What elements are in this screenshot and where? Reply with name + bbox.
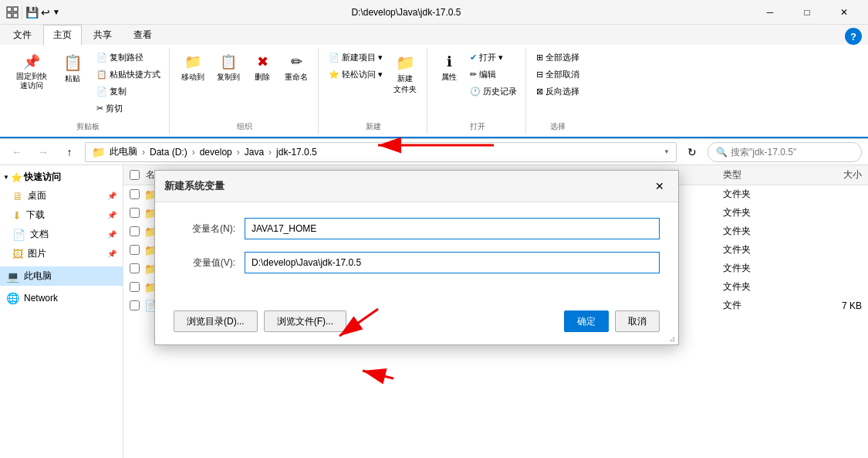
file-type-0: 文件夹 [723,188,800,201]
address-develop[interactable]: develop [198,146,234,158]
col-header-size[interactable]: 大小 [800,168,862,182]
sidebar-item-downloads[interactable]: ⬇ 下载 📌 [0,205,123,225]
paste-button[interactable]: 📋 粘贴 [54,49,91,88]
ribbon-group-new: 📄 新建项目 ▾ ⭐ 轻松访问 ▾ 📁 新建文件夹 新建 [320,48,427,134]
address-sep-4: › [269,147,272,158]
invert-selection-button[interactable]: ⊠ 反向选择 [532,83,583,100]
history-label: 历史记录 [483,86,517,97]
back-button[interactable]: ← [6,141,28,163]
ok-button[interactable]: 确定 [564,310,609,332]
cut-button[interactable]: ✂ 剪切 [93,100,164,117]
tab-view[interactable]: 查看 [123,25,162,45]
sidebar-item-this-pc[interactable]: 💻 此电脑 [0,266,123,286]
close-button[interactable]: ✕ [826,0,862,25]
col-header-type[interactable]: 类型 [723,168,800,182]
address-folder-icon: 📁 [92,146,105,158]
search-input[interactable] [731,147,853,158]
select-all-checkbox[interactable] [130,170,140,180]
dialog-close-button[interactable]: ✕ [650,177,669,195]
help-button[interactable]: ? [845,28,862,45]
search-box[interactable]: 🔍 [708,142,862,162]
invert-icon: ⊠ [536,87,543,97]
address-pc[interactable]: 此电脑 [108,144,139,159]
open-button[interactable]: ✔ 打开 ▾ [466,49,521,66]
tab-file[interactable]: 文件 [3,25,42,45]
address-java[interactable]: Java [243,146,265,158]
rename-button[interactable]: ✏ 重命名 [279,49,313,87]
delete-label: 删除 [255,72,270,83]
maximize-button[interactable]: □ [789,0,825,25]
cancel-button[interactable]: 取消 [615,310,660,332]
copy-label: 复制 [110,86,127,97]
tab-share[interactable]: 共享 [83,25,122,45]
address-bar[interactable]: 📁 此电脑 › Data (D:) › develop › Java › jdk… [85,142,677,162]
sidebar-item-pictures[interactable]: 🖼 图片 📌 [0,244,123,263]
undo-icon[interactable]: ↩ [41,6,50,19]
address-chevron-icon: ▼ [664,148,670,155]
paste-shortcut-button[interactable]: 📋 粘贴快捷方式 [93,66,164,83]
select-all-icon: ⊞ [536,53,543,63]
row-checkbox-3[interactable] [130,245,140,255]
tab-home[interactable]: 主页 [43,25,82,46]
pin-button[interactable]: 📌 固定到快速访问 [11,49,52,94]
save-icon[interactable]: 💾 [25,6,39,19]
up-button[interactable]: ↑ [59,141,80,163]
dialog-title: 新建系统变量 [164,179,225,193]
ribbon-group-clipboard: 📌 固定到快速访问 📋 粘贴 📄 复制路径 [6,48,170,134]
var-value-input[interactable] [245,252,660,273]
ribbon-group-open: ℹ 属性 ✔ 打开 ▾ ✏ 编辑 🕐 [429,48,526,134]
dialog-resize-handle[interactable]: ⊿ [669,334,675,343]
pin-indicator: 📌 [107,192,117,200]
sidebar-item-desktop[interactable]: 🖥 桌面 📌 [0,186,123,205]
this-pc-label: 此电脑 [24,270,52,283]
row-checkbox-2[interactable] [130,226,140,236]
dialog-body: 变量名(N): 变量值(V): [155,202,678,301]
forward-button[interactable]: → [32,141,54,163]
dialog-buttons: 浏览目录(D)... 浏览文件(F)... 确定 取消 [155,301,678,344]
easy-access-icon: ⭐ [329,70,339,80]
copy-button[interactable]: 📄 复制 [93,83,164,100]
easy-access-button[interactable]: ⭐ 轻松访问 ▾ [325,66,387,83]
new-folder-icon: 📁 [396,53,415,72]
move-to-button[interactable]: 📁 移动到 [176,49,210,87]
address-sep-3: › [237,147,240,158]
var-name-row: 变量名(N): [174,218,660,239]
row-checkbox-0[interactable] [130,189,140,199]
quick-access-label: 快速访问 [24,171,61,184]
address-data[interactable]: Data (D:) [148,146,189,158]
row-checkbox-6[interactable] [130,300,140,310]
delete-button[interactable]: ✖ 删除 [247,49,278,87]
new-folder-button[interactable]: 📁 新建文件夹 [388,49,422,99]
select-all-button[interactable]: ⊞ 全部选择 [532,49,583,66]
edit-button[interactable]: ✏ 编辑 [466,66,521,83]
address-jdk[interactable]: jdk-17.0.5 [275,146,319,158]
history-button[interactable]: 🕐 历史记录 [466,83,521,100]
var-name-input[interactable] [245,218,660,239]
row-checkbox-1[interactable] [130,208,140,218]
sidebar-item-network[interactable]: 🌐 Network [0,289,123,307]
browse-dir-button[interactable]: 浏览目录(D)... [174,310,258,332]
copy-path-button[interactable]: 📄 复制路径 [93,49,164,66]
clipboard-label: 剪贴板 [76,118,100,132]
select-none-icon: ⊟ [536,70,543,80]
new-item-button[interactable]: 📄 新建项目 ▾ [325,49,387,66]
select-none-button[interactable]: ⊟ 全部取消 [532,66,583,83]
quick-access-header[interactable]: ▼ ⭐ 快速访问 [0,168,123,186]
copy-to-button[interactable]: 📋 复制到 [211,49,245,87]
sidebar-item-documents[interactable]: 📄 文档 📌 [0,225,123,244]
sidebar: ▼ ⭐ 快速访问 🖥 桌面 📌 ⬇ 下载 📌 📄 文档 📌 🖼 图片 [0,165,123,458]
dropdown-icon[interactable]: ▼ [52,8,60,16]
documents-icon: 📄 [12,229,25,241]
minimize-button[interactable]: ─ [752,0,788,25]
row-checkbox-4[interactable] [130,263,140,273]
row-checkbox-5[interactable] [130,282,140,292]
svg-rect-0 [7,7,12,12]
rename-label: 重命名 [285,72,308,83]
new-item-label: 新建项目 ▾ [342,52,383,63]
quick-access-icon: ⭐ [11,172,22,183]
var-name-label: 变量名(N): [174,222,235,236]
browse-file-button[interactable]: 浏览文件(F)... [264,310,346,332]
refresh-button[interactable]: ↻ [681,141,703,163]
properties-button[interactable]: ℹ 属性 [434,49,464,87]
open-label: 打开 ▾ [479,52,503,63]
